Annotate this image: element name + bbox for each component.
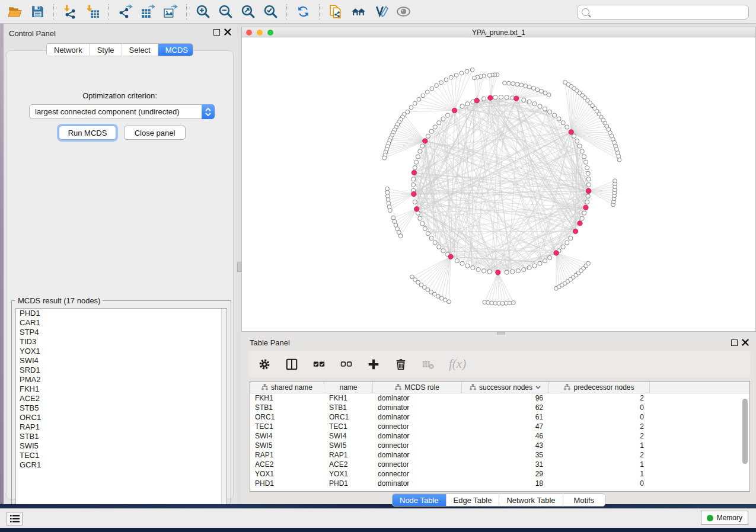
export-image-icon[interactable] xyxy=(159,2,181,21)
trash-icon[interactable] xyxy=(394,358,407,371)
table-row[interactable]: RAP1RAP1dominator352 xyxy=(250,450,749,460)
mcds-result-item[interactable]: GCR1 xyxy=(16,460,227,470)
column-header-MCDS-role[interactable]: MCDS role xyxy=(373,382,462,393)
mcds-result-item[interactable]: SRD1 xyxy=(16,366,227,375)
table-cell: 35 xyxy=(462,451,549,459)
table-row[interactable]: YOX1YOX1connector291 xyxy=(250,469,749,479)
table-cell: dominator xyxy=(373,394,462,402)
float-panel-icon[interactable] xyxy=(213,29,220,36)
delete-table-icon[interactable] xyxy=(422,358,435,371)
table-row[interactable]: ACE2ACE2connector311 xyxy=(250,460,749,469)
memory-button[interactable]: Memory xyxy=(701,511,748,525)
zoom-fit-icon[interactable] xyxy=(237,2,259,21)
zoom-selected-icon[interactable] xyxy=(259,2,282,21)
table-cell: dominator xyxy=(373,479,462,488)
optimization-criterion-dropdown[interactable]: largest connected component (undirected) xyxy=(29,104,215,119)
toolbar-divider xyxy=(286,4,287,20)
column-header-shared-name[interactable]: shared name xyxy=(250,382,324,393)
export-network-icon[interactable] xyxy=(114,2,136,21)
tab-mcds[interactable]: MCDS xyxy=(158,44,193,56)
mcds-result-item[interactable]: SWI5 xyxy=(16,441,227,451)
zoom-in-icon[interactable] xyxy=(192,2,214,21)
deselect-all-icon[interactable] xyxy=(340,358,353,371)
table-cell: YOX1 xyxy=(324,470,373,478)
mcds-result-item[interactable]: ACE2 xyxy=(16,394,227,403)
mcds-result-item[interactable]: STB5 xyxy=(16,403,227,413)
add-icon[interactable] xyxy=(367,358,380,371)
scrollbar-thumb[interactable] xyxy=(742,399,748,464)
zoom-out-icon[interactable] xyxy=(214,2,237,21)
mcds-result-item[interactable]: PMA2 xyxy=(16,375,227,384)
tab-style[interactable]: Style xyxy=(90,44,122,56)
column-header-name[interactable]: name xyxy=(324,382,373,393)
tab-edge-table[interactable]: Edge Table xyxy=(446,494,500,506)
mcds-result-item[interactable]: STB1 xyxy=(16,432,227,441)
table-cell: 61 xyxy=(462,413,549,421)
table-row[interactable]: PHD1PHD1dominator180 xyxy=(250,479,749,488)
tab-node-table[interactable]: Node Table xyxy=(393,494,446,506)
table-cell: FKH1 xyxy=(324,394,373,402)
search-icon xyxy=(582,8,589,16)
select-all-icon[interactable] xyxy=(312,358,326,371)
tab-select[interactable]: Select xyxy=(122,44,158,56)
close-table-panel-icon[interactable] xyxy=(742,339,749,346)
function-builder-icon[interactable]: f(x) xyxy=(449,357,466,371)
gear-icon[interactable] xyxy=(258,358,271,371)
tab-motifs[interactable]: Motifs xyxy=(563,494,605,506)
network-window-titlebar[interactable]: YPA_prune.txt_1 xyxy=(241,27,756,37)
close-panel-button[interactable]: Close panel xyxy=(124,126,186,140)
column-header-predecessor-nodes[interactable]: predecessor nodes xyxy=(549,382,650,393)
table-row[interactable]: FKH1FKH1dominator962 xyxy=(250,393,749,403)
network-canvas[interactable] xyxy=(241,37,756,332)
task-history-button[interactable] xyxy=(7,512,23,525)
table-row[interactable]: STB1STB1dominator620 xyxy=(250,403,749,412)
mcds-result-item[interactable]: PHD1 xyxy=(16,309,227,318)
import-table-icon[interactable] xyxy=(81,2,104,21)
mcds-result-item[interactable]: STP4 xyxy=(16,328,227,337)
mcds-result-group: MCDS result (17 nodes) PHD1CAR1STP4TID3Y… xyxy=(11,300,231,521)
table-cell: ACE2 xyxy=(250,460,324,469)
table-row[interactable]: SWI5SWI5connector431 xyxy=(250,441,749,450)
homes-icon[interactable] xyxy=(347,2,369,21)
table-cell: SWI5 xyxy=(250,441,324,450)
table-cell: 29 xyxy=(462,470,549,478)
document-share-icon[interactable] xyxy=(324,2,347,21)
mcds-result-item[interactable]: ORC1 xyxy=(16,413,227,422)
list-scrollbar[interactable] xyxy=(221,309,227,516)
table-cell: 2 xyxy=(549,394,650,402)
table-row[interactable]: SWI4SWI4dominator462 xyxy=(250,431,749,441)
open-folder-icon[interactable] xyxy=(4,2,26,21)
import-network-icon[interactable] xyxy=(59,2,81,21)
control-panel-tabs: Network Style Select MCDS xyxy=(46,43,193,56)
vertical-splitter[interactable] xyxy=(237,24,241,508)
tab-network[interactable]: Network xyxy=(47,44,90,56)
vizmapper-icon[interactable] xyxy=(369,2,392,21)
mcds-result-item[interactable]: CAR1 xyxy=(16,318,227,328)
mcds-result-item[interactable]: FKH1 xyxy=(16,384,227,394)
mcds-result-item[interactable]: YOX1 xyxy=(16,347,227,356)
close-panel-icon[interactable] xyxy=(224,28,231,36)
save-session-icon[interactable] xyxy=(26,2,49,21)
run-mcds-button[interactable]: Run MCDS xyxy=(59,126,116,140)
float-table-panel-icon[interactable] xyxy=(731,339,738,346)
mcds-result-item[interactable]: SWI4 xyxy=(16,356,227,366)
table-scrollbar[interactable] xyxy=(742,396,748,491)
table-row[interactable]: TEC1TEC1connector472 xyxy=(250,422,749,431)
search-box[interactable] xyxy=(577,5,749,20)
mcds-result-item[interactable]: TID3 xyxy=(16,337,227,347)
search-input[interactable] xyxy=(592,8,744,17)
eye-icon[interactable] xyxy=(392,2,414,21)
node-table[interactable]: shared namenameMCDS rolesuccessor nodesp… xyxy=(250,381,750,492)
table-panel-title: Table Panel xyxy=(250,338,290,347)
mcds-result-list[interactable]: PHD1CAR1STP4TID3YOX1SWI4SRD1PMA2FKH1ACE2… xyxy=(15,308,227,517)
mcds-result-item[interactable]: TEC1 xyxy=(16,451,227,460)
mcds-result-item[interactable]: RAP1 xyxy=(16,422,227,432)
column-view-icon[interactable] xyxy=(285,358,298,371)
tab-network-table[interactable]: Network Table xyxy=(499,494,563,506)
refresh-layout-icon[interactable] xyxy=(292,2,314,21)
export-table-icon[interactable] xyxy=(136,2,159,21)
table-row[interactable]: ORC1ORC1dominator610 xyxy=(250,412,749,422)
column-header-successor-nodes[interactable]: successor nodes xyxy=(462,382,549,393)
splitter-grip[interactable] xyxy=(237,262,241,272)
toolbar-divider xyxy=(319,4,320,20)
